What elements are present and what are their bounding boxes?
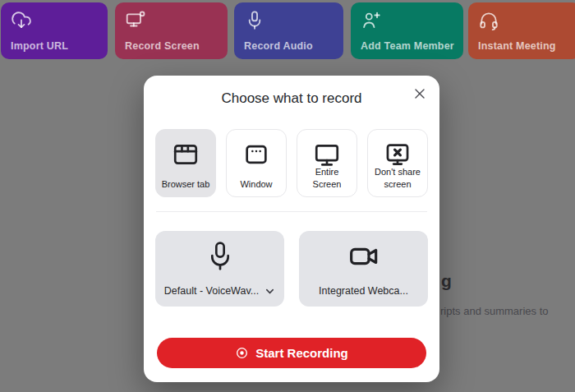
action-card-instant-meeting[interactable]: Instant Meeting: [468, 2, 575, 59]
action-card-label: Record Screen: [125, 40, 200, 52]
action-card-label: Record Audio: [244, 40, 313, 52]
option-label: Window: [229, 178, 283, 190]
microphone-icon: [244, 10, 265, 31]
source-options: Browser tab Window: [155, 129, 428, 197]
user-plus-icon: [361, 10, 382, 31]
microphone-select[interactable]: Default - VoiceWav...: [155, 231, 284, 307]
camera-device-label: Integrated Webca...: [319, 285, 408, 297]
option-label: Entire Screen: [300, 166, 354, 190]
option-window[interactable]: Window: [226, 129, 287, 197]
cloud-download-icon: [11, 10, 32, 31]
screen-record-icon: [125, 10, 146, 31]
action-card-add-team-member[interactable]: Add Team Member: [351, 2, 463, 59]
microphone-icon: [204, 240, 237, 273]
chevron-down-icon: [264, 286, 275, 297]
close-icon: [414, 88, 426, 99]
modal-title: Choose what to record: [144, 90, 439, 107]
browser-tab-icon: [172, 141, 200, 168]
option-browser-tab[interactable]: Browser tab: [155, 129, 216, 197]
action-card-record-audio[interactable]: Record Audio: [234, 2, 343, 59]
option-dont-share-screen[interactable]: Don't share screen: [367, 129, 428, 197]
camera-select[interactable]: Integrated Webca...: [299, 231, 428, 307]
video-camera-icon: [347, 240, 380, 273]
action-card-label: Add Team Member: [361, 40, 454, 52]
record-dot-icon: [235, 346, 249, 360]
option-entire-screen[interactable]: Entire Screen: [297, 129, 357, 197]
action-card-label: Import URL: [11, 40, 68, 52]
action-card-record-screen[interactable]: Record Screen: [115, 2, 228, 59]
app-window: Import URL Record Screen Record Audio: [0, 0, 575, 392]
section-divider: [156, 211, 427, 212]
action-card-label: Instant Meeting: [478, 40, 556, 52]
record-modal: Choose what to record Browser tab: [144, 76, 439, 382]
option-label: Don't share screen: [370, 166, 425, 190]
monitor-icon: [313, 141, 341, 168]
microphone-device-label: Default - VoiceWav...: [164, 285, 259, 297]
close-button[interactable]: [411, 85, 429, 103]
monitor-x-icon: [384, 141, 412, 168]
device-selectors: Default - VoiceWav... Integr: [155, 231, 428, 307]
microphone-label-row: Default - VoiceWav...: [155, 285, 284, 297]
action-card-import-url[interactable]: Import URL: [1, 2, 108, 59]
option-label: Browser tab: [159, 178, 213, 190]
background-heading-fragment: g: [441, 271, 452, 291]
window-icon: [242, 141, 270, 168]
camera-label-row: Integrated Webca...: [299, 285, 428, 297]
start-recording-button[interactable]: Start Recording: [157, 338, 426, 368]
headset-icon: [478, 10, 499, 31]
background-paragraph-fragment: ripts and summaries to: [440, 305, 549, 317]
start-recording-label: Start Recording: [255, 346, 348, 360]
